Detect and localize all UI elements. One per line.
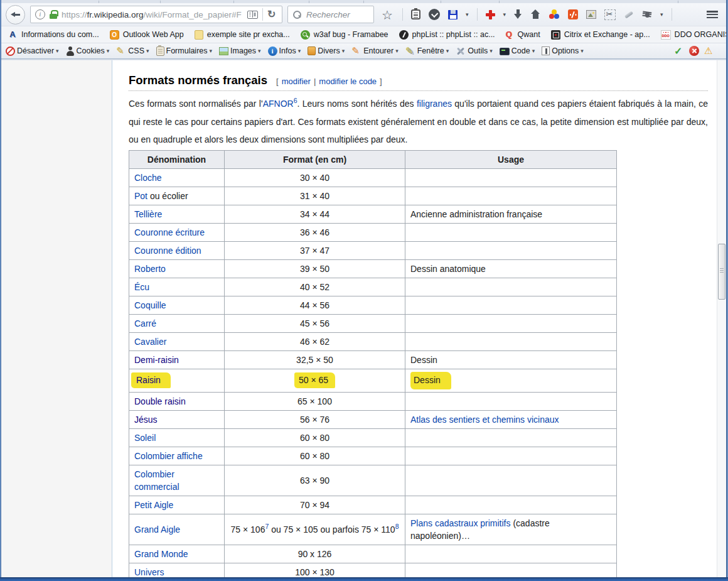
- devtoolbar-menu-cookies[interactable]: Cookies▾: [66, 46, 110, 56]
- first-aid-icon[interactable]: [486, 10, 495, 19]
- format-name-link[interactable]: Petit Aigle: [134, 500, 173, 510]
- marker-icon[interactable]: [624, 9, 634, 19]
- devtoolbar-label: Cookies: [77, 46, 105, 55]
- bookmark-item[interactable]: Informations du com...: [8, 30, 99, 40]
- search-box[interactable]: [287, 6, 374, 23]
- usage-link[interactable]: Atlas des sentiers et chemins vicinaux: [410, 415, 559, 425]
- search-input[interactable]: [305, 9, 369, 20]
- usage-link[interactable]: Plans cadastraux primitifs: [410, 518, 511, 528]
- reference-link[interactable]: 8: [395, 523, 399, 530]
- bookmark-item[interactable]: w3af bug - Framabee: [301, 30, 388, 40]
- web-developer-toolbar: Désactiver▾Cookies▾CSS▾Formulaires▾Image…: [1, 43, 726, 59]
- devtoolbar-menu-images[interactable]: Images▾: [219, 46, 261, 55]
- format-name-link[interactable]: Grand Aigle: [134, 524, 180, 535]
- column-header: Format (en cm): [225, 150, 405, 168]
- reload-icon[interactable]: [267, 9, 277, 19]
- edit-section: [modifier|modifier le code]: [276, 77, 382, 86]
- devtoolbar-menu-css[interactable]: CSS▾: [116, 46, 149, 56]
- format-name-link[interactable]: Colombier commercial: [134, 469, 179, 492]
- format-name-link[interactable]: Raisin: [136, 375, 161, 385]
- format-name-link[interactable]: Cavalier: [134, 337, 166, 347]
- page-info-icon[interactable]: [35, 9, 45, 19]
- tools-icon: [456, 46, 466, 56]
- window-border-bottom: [0, 577, 728, 581]
- devtoolbar-menu-formulaires[interactable]: Formulaires▾: [156, 46, 213, 56]
- denomination-cell: Colombier commercial: [129, 465, 225, 496]
- vertical-scrollbar[interactable]: [717, 60, 726, 577]
- back-button[interactable]: [6, 5, 25, 24]
- devtoolbar-menu-options[interactable]: Options▾: [542, 46, 584, 55]
- table-row: Coquille44 × 56: [129, 296, 617, 314]
- bookmark-item[interactable]: DDO ORGANISATION ...: [661, 30, 726, 40]
- snapshot-icon[interactable]: [586, 10, 596, 19]
- toolbar-bottom-edge: [1, 59, 726, 60]
- format-name-link[interactable]: Écu: [134, 282, 149, 292]
- devtoolbar-label: Outils: [468, 46, 488, 55]
- format-name-link[interactable]: Double raisin: [134, 396, 186, 406]
- devtoolbar-menu-outils[interactable]: Outils▾: [456, 46, 492, 56]
- format-name-link[interactable]: Coquille: [134, 300, 166, 310]
- hamburger-menu-icon[interactable]: [707, 11, 718, 18]
- scissors-icon[interactable]: [604, 9, 616, 20]
- devtoolbar-menu-désactiver[interactable]: Désactiver▾: [6, 46, 59, 56]
- bug-icon[interactable]: [642, 10, 652, 19]
- scrollbar-thumb[interactable]: [718, 244, 725, 300]
- dropdown-caret-icon[interactable]: ▾: [466, 11, 469, 18]
- devtoolbar-menu-infos[interactable]: Infos▾: [268, 46, 301, 56]
- format-cell: 37 × 47: [225, 241, 405, 259]
- check-icon[interactable]: [674, 46, 684, 56]
- download-icon[interactable]: [514, 9, 522, 19]
- bookmark-item[interactable]: Qwant: [506, 30, 540, 40]
- usage-cell: Dessin: [405, 350, 617, 369]
- url-bar[interactable]: https://fr.wikipedia.org/wiki/Format_de_…: [30, 6, 282, 23]
- code-badge-icon[interactable]: [568, 9, 578, 19]
- pocket-icon[interactable]: [429, 9, 440, 20]
- edit-link[interactable]: modifier: [282, 77, 311, 86]
- devtoolbar-menu-fenêtre[interactable]: Fenêtre▾: [405, 46, 449, 56]
- save-icon[interactable]: [448, 10, 458, 19]
- star-icon[interactable]: [382, 9, 394, 20]
- framabee-favicon: [301, 30, 310, 40]
- format-name-link[interactable]: Roberto: [134, 264, 166, 274]
- format-name-link[interactable]: Soleil: [134, 433, 156, 443]
- format-name-link[interactable]: Jésus: [134, 415, 158, 425]
- section-heading: Formats normés français[modifier|modifie…: [129, 73, 708, 91]
- format-name-link[interactable]: Couronne écriture: [134, 227, 205, 237]
- format-name-link[interactable]: Grand Monde: [134, 549, 188, 559]
- warn-icon[interactable]: [704, 46, 714, 56]
- table-header-row: DénominationFormat (en cm)Usage: [129, 150, 617, 168]
- format-name-link[interactable]: Cloche: [134, 173, 162, 183]
- format-name-link[interactable]: Demi-raisin: [134, 355, 179, 365]
- article-link[interactable]: filigranes: [417, 99, 452, 109]
- article-link[interactable]: AFNOR: [263, 99, 294, 109]
- dropdown-caret-icon[interactable]: ▾: [503, 11, 506, 18]
- bookmark-item[interactable]: exemple site pr excha...: [195, 30, 290, 40]
- bookmarks-list-icon[interactable]: [411, 9, 420, 19]
- padlock-icon[interactable]: [50, 10, 57, 19]
- devtoolbar-menu-code[interactable]: Code▾: [500, 46, 535, 55]
- table-row: Cloche30 × 40: [129, 168, 617, 187]
- edit-source-link[interactable]: modifier le code: [319, 77, 377, 86]
- bookmark-item[interactable]: Outlook Web App: [110, 30, 184, 40]
- format-name-link[interactable]: Univers: [134, 567, 164, 577]
- devtoolbar-menu-entourer[interactable]: Entourer▾: [351, 46, 398, 56]
- tab-strip: [1, 0, 726, 3]
- format-name-link[interactable]: Couronne édition: [134, 246, 201, 256]
- format-name-link[interactable]: Carré: [134, 318, 156, 329]
- format-name-link[interactable]: Colombier affiche: [134, 451, 203, 461]
- clipboard-icon: [156, 46, 164, 56]
- bookmark-item[interactable]: phpList :: phpList :: ac...: [399, 30, 495, 40]
- dropdown-caret-icon: ▾: [298, 48, 301, 54]
- errball-icon[interactable]: [689, 46, 699, 56]
- devtoolbar-label: Images: [230, 46, 256, 55]
- colorzilla-icon[interactable]: [549, 9, 560, 19]
- reader-mode-icon[interactable]: [247, 11, 258, 19]
- bookmark-item[interactable]: Citrix et Exchange - ap...: [551, 30, 650, 40]
- denomination-cell: Soleil: [129, 428, 225, 447]
- format-name-link[interactable]: Tellière: [134, 209, 162, 219]
- devtoolbar-menu-divers[interactable]: Divers▾: [308, 46, 345, 55]
- format-name-link[interactable]: Pot: [134, 191, 147, 201]
- home-icon[interactable]: [530, 10, 540, 19]
- dropdown-caret-icon[interactable]: ▾: [660, 11, 663, 18]
- denomination-cell: Jésus: [129, 410, 225, 428]
